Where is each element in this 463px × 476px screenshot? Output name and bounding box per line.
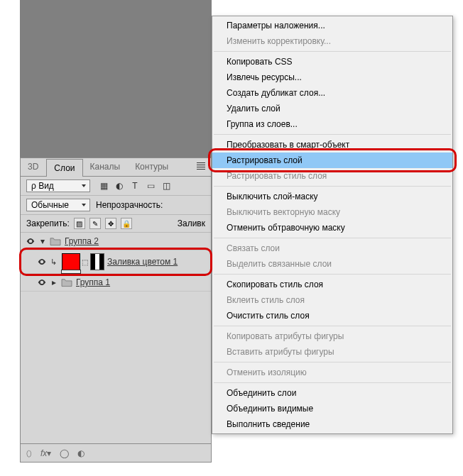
layer-name[interactable]: Группа 1 — [76, 277, 110, 287]
filter-adjust-icon[interactable]: ◐ — [114, 181, 124, 191]
menu-separator — [214, 326, 451, 326]
menu-item[interactable]: Извлечь ресурсы... — [212, 70, 452, 85]
filter-type-select[interactable]: ρ Вид — [26, 179, 90, 192]
visibility-icon[interactable] — [36, 277, 48, 288]
panel-bottom-bar: ⬯ fx▾ ◯ ◐ — [21, 443, 211, 462]
clip-arrow-icon: ↳ — [50, 258, 59, 267]
canvas-area — [20, 0, 212, 157]
menu-item[interactable]: Преобразовать в смарт-объект — [212, 137, 452, 153]
lock-transparent-icon[interactable]: ▨ — [74, 218, 85, 229]
blend-mode-select[interactable]: Обычные — [26, 199, 90, 211]
mask-link-icon[interactable]: ⬚ — [82, 258, 89, 266]
mask-thumbnail[interactable] — [90, 253, 104, 270]
menu-item[interactable]: Очистить стиль слоя — [212, 308, 452, 323]
link-layers-icon[interactable]: ⬯ — [26, 448, 32, 458]
fill-label: Заливк — [178, 218, 205, 228]
menu-item: Вклеить стиль слоя — [212, 292, 452, 308]
menu-separator — [214, 362, 451, 362]
layers-panel: 3D Слои Каналы Контуры ρ Вид ▦ ◐ T ▭ ◫ О… — [20, 157, 212, 463]
layer-group-2[interactable]: ▾ Группа 2 — [21, 233, 211, 250]
layer-group-1[interactable]: ▸ Группа 1 — [21, 274, 211, 292]
menu-item[interactable]: Копировать CSS — [212, 54, 452, 70]
tab-paths[interactable]: Контуры — [128, 158, 176, 176]
adjustment-icon[interactable]: ◐ — [77, 448, 85, 458]
filter-image-icon[interactable]: ▦ — [99, 181, 109, 191]
filter-shape-icon[interactable]: ▭ — [146, 181, 156, 191]
menu-item: Вставить атрибуты фигуры — [212, 344, 452, 360]
menu-item[interactable]: Отменить обтравочную маску — [212, 220, 452, 236]
fx-icon[interactable]: fx▾ — [40, 448, 51, 458]
menu-item[interactable]: Группа из слоев... — [212, 116, 452, 132]
menu-item[interactable]: Удалить слой — [212, 101, 452, 116]
menu-separator — [214, 238, 451, 238]
mask-icon[interactable]: ◯ — [60, 448, 69, 458]
menu-item[interactable]: Объединить видимые — [212, 401, 452, 416]
menu-item[interactable]: Скопировать стиль слоя — [212, 277, 452, 292]
menu-item: Копировать атрибуты фигуры — [212, 328, 452, 344]
menu-item[interactable]: Выполнить сведение — [212, 416, 452, 432]
menu-item: Отменить изоляцию — [212, 365, 452, 380]
filter-row: ρ Вид ▦ ◐ T ▭ ◫ — [21, 177, 211, 196]
lock-label: Закрепить: — [26, 218, 70, 228]
lock-position-icon[interactable]: ✥ — [105, 218, 116, 229]
menu-item[interactable]: Создать дубликат слоя... — [212, 85, 452, 101]
lock-all-icon[interactable]: 🔒 — [121, 218, 132, 229]
folder-icon — [49, 236, 62, 246]
expand-arrow-icon[interactable]: ▸ — [50, 277, 58, 287]
tab-channels[interactable]: Каналы — [83, 158, 129, 176]
menu-item[interactable]: Растрировать слой — [212, 153, 452, 168]
menu-icon — [197, 161, 205, 171]
menu-item: Растрировать стиль слоя — [212, 168, 452, 184]
layer-name[interactable]: Группа 2 — [65, 236, 99, 246]
layers-list: ▾ Группа 2 ↳ ⬚ Заливка цветом 1 ▸ — [21, 233, 211, 292]
layer-context-menu: Параметры наложения...Изменить корректир… — [212, 16, 453, 434]
fill-thumbnail[interactable] — [62, 253, 80, 270]
menu-separator — [214, 134, 451, 135]
expand-arrow-icon[interactable]: ▾ — [39, 236, 46, 246]
menu-item[interactable]: Объединить слои — [212, 385, 452, 401]
panel-menu-button[interactable] — [191, 158, 211, 176]
filter-smart-icon[interactable]: ◫ — [161, 181, 171, 191]
layer-name[interactable]: Заливка цветом 1 — [107, 257, 178, 267]
tab-3d[interactable]: 3D — [21, 158, 46, 176]
menu-separator — [214, 274, 451, 275]
menu-item[interactable]: Параметры наложения... — [212, 18, 452, 33]
panel-tabs: 3D Слои Каналы Контуры — [21, 158, 211, 177]
menu-item: Выделить связанные слои — [212, 256, 452, 272]
folder-icon — [60, 277, 73, 287]
menu-item: Выключить векторную маску — [212, 204, 452, 220]
layer-fill-color-1[interactable]: ↳ ⬚ Заливка цветом 1 — [21, 250, 211, 274]
menu-separator — [214, 382, 451, 383]
filter-text-icon[interactable]: T — [130, 181, 140, 191]
opacity-label: Непрозрачность: — [96, 200, 163, 210]
tab-layers[interactable]: Слои — [46, 159, 82, 177]
lock-row: Закрепить: ▨ ✎ ✥ 🔒 Заливк — [21, 215, 211, 233]
blend-row: Обычные Непрозрачность: — [21, 196, 211, 215]
menu-item: Изменить корректировку... — [212, 33, 452, 49]
menu-item[interactable]: Выключить слой-маску — [212, 189, 452, 204]
visibility-icon[interactable] — [36, 256, 48, 267]
visibility-icon[interactable] — [25, 236, 36, 247]
lock-pixels-icon[interactable]: ✎ — [89, 218, 101, 229]
menu-separator — [214, 51, 451, 52]
menu-separator — [214, 186, 451, 187]
menu-item: Связать слои — [212, 240, 452, 256]
